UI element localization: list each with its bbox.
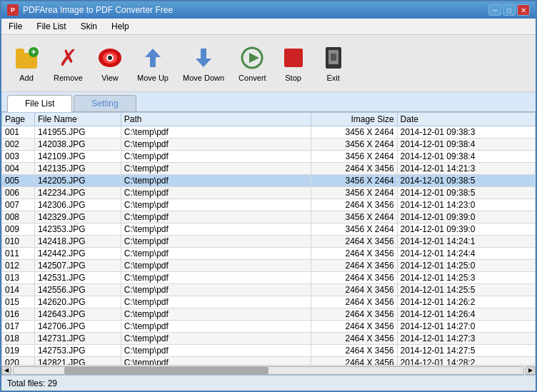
cell-date: 2014-12-01 14:23:0 (397, 199, 535, 211)
svg-marker-4 (145, 49, 161, 67)
move-up-icon (140, 45, 166, 71)
menu-help[interactable]: Help (107, 20, 134, 33)
remove-icon: ✗ (55, 45, 81, 71)
cell-size: 2464 X 3456 (311, 199, 397, 211)
move-down-button[interactable]: Move Down (176, 39, 231, 88)
cell-path: C:\temp\pdf (121, 211, 311, 223)
table-row[interactable]: 003142109.JPGC:\temp\pdf3456 X 24642014-… (2, 151, 536, 163)
cell-filename: 142531.JPG (34, 272, 121, 284)
cell-date: 2014-12-01 09:38:5 (397, 175, 535, 187)
table-row[interactable]: 019142753.JPGC:\temp\pdf2464 X 34562014-… (2, 345, 536, 357)
table-scroll[interactable]: Page File Name Path Image Size Date 0011… (1, 112, 536, 365)
cell-filename: 142306.JPG (34, 199, 121, 211)
cell-page: 010 (2, 236, 35, 248)
col-header-page: Page (2, 113, 35, 126)
menu-skin[interactable]: Skin (76, 20, 101, 33)
table-row[interactable]: 001141955.JPGC:\temp\pdf3456 X 24642014-… (2, 126, 536, 139)
move-up-button[interactable]: Move Up (131, 39, 175, 88)
cell-size: 3456 X 2464 (311, 139, 397, 151)
title-bar-left: P PDFArea Image to PDF Converter Free (7, 4, 173, 16)
cell-path: C:\temp\pdf (121, 321, 311, 333)
table-row[interactable]: 010142418.JPGC:\temp\pdf2464 X 34562014-… (2, 236, 536, 248)
table-row[interactable]: 011142442.JPGC:\temp\pdf2464 X 34562014-… (2, 248, 536, 260)
cell-size: 2464 X 3456 (311, 333, 397, 345)
cell-filename: 142135.JPG (34, 163, 121, 175)
main-window: P PDFArea Image to PDF Converter Free ─ … (0, 0, 537, 392)
scroll-right-button[interactable]: ▶ (526, 366, 536, 375)
cell-page: 013 (2, 272, 35, 284)
cell-page: 016 (2, 308, 35, 321)
table-row[interactable]: 015142620.JPGC:\temp\pdf2464 X 34562014-… (2, 296, 536, 308)
cell-filename: 142821.JPG (34, 357, 121, 366)
col-header-size: Image Size (311, 113, 397, 126)
tab-setting[interactable]: Setting (74, 95, 136, 111)
cell-date: 2014-12-01 14:27:3 (397, 333, 535, 345)
table-row[interactable]: 005142205.JPGC:\temp\pdf3456 X 24642014-… (2, 175, 536, 187)
table-row[interactable]: 009142353.JPGC:\temp\pdf3456 X 24642014-… (2, 223, 536, 236)
scroll-left-button[interactable]: ◀ (1, 366, 11, 375)
table-row[interactable]: 016142643.JPGC:\temp\pdf2464 X 34562014-… (2, 308, 536, 321)
restore-button[interactable]: □ (503, 4, 516, 16)
minimize-button[interactable]: ─ (488, 4, 501, 16)
cell-size: 2464 X 3456 (311, 345, 397, 357)
table-header-row: Page File Name Path Image Size Date (2, 113, 536, 126)
cell-date: 2014-12-01 14:25:3 (397, 272, 535, 284)
horizontal-scrollbar[interactable] (13, 366, 524, 375)
cell-filename: 142556.JPG (34, 284, 121, 296)
cell-date: 2014-12-01 09:38:4 (397, 139, 535, 151)
cell-filename: 142418.JPG (34, 236, 121, 248)
menu-file[interactable]: File (4, 20, 26, 33)
stop-label: Stop (285, 74, 301, 82)
tab-file-list[interactable]: File List (7, 95, 72, 112)
cell-path: C:\temp\pdf (121, 175, 311, 187)
file-table: Page File Name Path Image Size Date 0011… (1, 112, 536, 365)
move-down-icon (191, 45, 216, 71)
cell-page: 012 (2, 260, 35, 272)
cell-path: C:\temp\pdf (121, 333, 311, 345)
remove-label: Remove (54, 74, 83, 82)
table-row[interactable]: 008142329.JPGC:\temp\pdf3456 X 24642014-… (2, 211, 536, 223)
add-button[interactable]: + Add (7, 39, 46, 88)
view-button[interactable]: View (91, 39, 129, 88)
cell-path: C:\temp\pdf (121, 163, 311, 175)
table-row[interactable]: 013142531.JPGC:\temp\pdf2464 X 34562014-… (2, 272, 536, 284)
table-row[interactable]: 014142556.JPGC:\temp\pdf2464 X 34562014-… (2, 284, 536, 296)
cell-size: 3456 X 2464 (311, 126, 397, 139)
cell-date: 2014-12-01 14:27:5 (397, 345, 535, 357)
convert-label: Convert (239, 74, 266, 82)
stop-button[interactable]: Stop (274, 39, 313, 88)
menu-file-list[interactable]: File List (32, 20, 70, 33)
table-row[interactable]: 017142706.JPGC:\temp\pdf2464 X 34562014-… (2, 321, 536, 333)
menu-bar: File File List Skin Help (1, 19, 536, 35)
convert-button[interactable]: Convert (232, 39, 273, 88)
table-row[interactable]: 006142234.JPGC:\temp\pdf3456 X 24642014-… (2, 187, 536, 199)
exit-icon (321, 45, 346, 71)
cell-filename: 142731.JPG (34, 333, 121, 345)
cell-path: C:\temp\pdf (121, 345, 311, 357)
cell-path: C:\temp\pdf (121, 272, 311, 284)
table-row[interactable]: 002142038.JPGC:\temp\pdf3456 X 24642014-… (2, 139, 536, 151)
cell-page: 018 (2, 333, 35, 345)
cell-page: 019 (2, 345, 35, 357)
cell-path: C:\temp\pdf (121, 357, 311, 366)
table-row[interactable]: 012142507.JPGC:\temp\pdf2464 X 34562014-… (2, 260, 536, 272)
exit-button[interactable]: Exit (314, 39, 353, 88)
table-row[interactable]: 004142135.JPGC:\temp\pdf2464 X 34562014-… (2, 163, 536, 175)
cell-size: 2464 X 3456 (311, 236, 397, 248)
cell-size: 2464 X 3456 (311, 248, 397, 260)
table-row[interactable]: 020142821.JPGC:\temp\pdf2464 X 34562014-… (2, 357, 536, 366)
cell-date: 2014-12-01 09:38:5 (397, 187, 535, 199)
status-text: Total files: 29 (7, 378, 57, 388)
stop-icon (281, 45, 306, 71)
cell-page: 009 (2, 223, 35, 236)
remove-button[interactable]: ✗ Remove (47, 39, 89, 88)
svg-rect-8 (284, 49, 303, 67)
close-button[interactable]: ✕ (517, 4, 530, 16)
svg-rect-11 (331, 54, 336, 61)
add-icon: + (14, 45, 39, 71)
cell-date: 2014-12-01 14:25:0 (397, 260, 535, 272)
cell-date: 2014-12-01 09:39:0 (397, 223, 535, 236)
col-header-filename: File Name (34, 113, 121, 126)
table-row[interactable]: 007142306.JPGC:\temp\pdf2464 X 34562014-… (2, 199, 536, 211)
table-row[interactable]: 018142731.JPGC:\temp\pdf2464 X 34562014-… (2, 333, 536, 345)
